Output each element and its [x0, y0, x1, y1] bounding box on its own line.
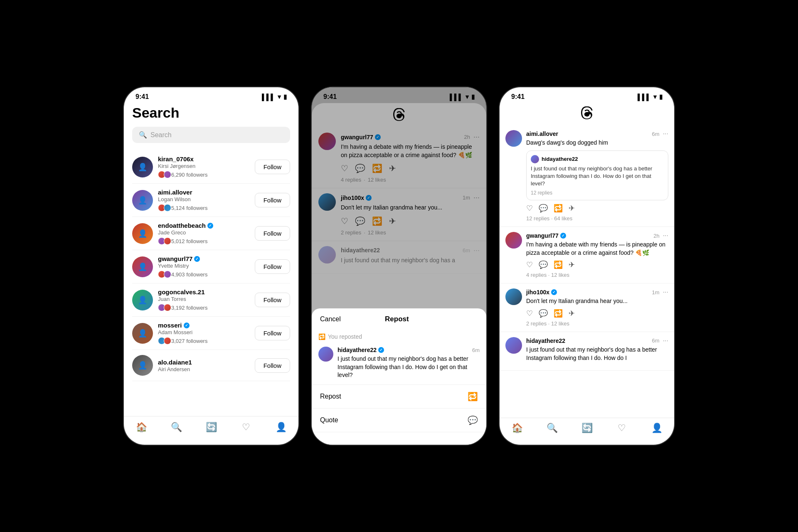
- follow-button[interactable]: Follow: [255, 293, 290, 307]
- home-actions: ♡ 💬 🔁 ✈: [526, 204, 668, 213]
- home-text: Don't let my Italian grandma hear you...: [526, 297, 668, 305]
- follow-button[interactable]: Follow: [255, 226, 290, 241]
- home-header-right: 2h ···: [653, 232, 668, 239]
- repost-button[interactable]: 🔁: [554, 309, 563, 318]
- user-info: endoatthebeach ✓ Jade Greco 5,012 follow…: [158, 222, 250, 245]
- verified-badge: ✓: [207, 223, 213, 229]
- bottom-nav: 🏠 🔍 🔄 ♡ 👤: [124, 416, 298, 445]
- repost-button[interactable]: 🔁: [554, 204, 563, 213]
- username: gogoncalves.21: [158, 288, 250, 296]
- comment-button[interactable]: 💬: [539, 204, 548, 213]
- nav-compose-icon[interactable]: 🔄: [581, 422, 593, 434]
- more-options-button[interactable]: ···: [663, 232, 668, 239]
- real-name: Kirsi Jørgensen: [158, 163, 250, 169]
- search-bar[interactable]: 🔍 Search: [132, 127, 290, 143]
- home-avatar: [505, 130, 522, 147]
- follower-avatars: [158, 337, 170, 345]
- home-meta: 12 replies · 64 likes: [526, 215, 668, 222]
- home-header-right: 1m ···: [652, 288, 668, 296]
- follow-button[interactable]: Follow: [255, 358, 290, 373]
- nav-compose-icon[interactable]: 🔄: [205, 421, 217, 433]
- real-name: Juan Torres: [158, 296, 250, 302]
- follow-button[interactable]: Follow: [255, 259, 290, 274]
- real-name: Airi Andersen: [158, 366, 250, 372]
- like-button[interactable]: ♡: [526, 260, 533, 269]
- nav-profile-icon[interactable]: 👤: [275, 421, 287, 433]
- phone1-content: Search 🔍 Search 👤 kiran_0706x Kirsi Jørg…: [124, 103, 298, 445]
- home-time: 6m: [652, 131, 660, 137]
- home-thread-item: hidayathere22 6m ··· I just found out th…: [500, 332, 674, 371]
- list-item: 👤 alo.daiane1 Airi Andersen Follow: [132, 350, 290, 381]
- home-avatar: [505, 232, 522, 249]
- sheet-header: Cancel Repost: [312, 308, 486, 330]
- home-header: aimi.allover 6m ···: [526, 130, 668, 138]
- verified-badge: ✓: [378, 347, 384, 353]
- nav-likes-icon[interactable]: ♡: [240, 421, 252, 433]
- quote-icon: 💬: [468, 415, 478, 425]
- more-options-button[interactable]: ···: [663, 337, 668, 345]
- comment-button[interactable]: 💬: [539, 260, 548, 269]
- follow-button[interactable]: Follow: [255, 326, 290, 340]
- home-header: hidayathere22 6m ···: [526, 337, 668, 345]
- phone-threads: 9:41 ▌▌▌ ▾ ▮ gwangurl77 ✓: [312, 87, 486, 445]
- sheet-post-text: I just found out that my neighbor's dog …: [337, 355, 480, 379]
- follower-count: 4,903 followers: [158, 271, 250, 278]
- more-options-button[interactable]: ···: [663, 288, 668, 296]
- nav-home-icon[interactable]: 🏠: [135, 421, 147, 433]
- more-options-button[interactable]: ···: [663, 130, 668, 138]
- follower-count: 3,192 followers: [158, 304, 250, 311]
- follower-avatars: [158, 304, 170, 311]
- battery-icon: ▮: [659, 93, 663, 101]
- home-header-right: 6m ···: [652, 130, 668, 138]
- quote-action-button[interactable]: Quote 💬: [312, 409, 486, 432]
- like-button[interactable]: ♡: [526, 309, 533, 318]
- follow-button[interactable]: Follow: [255, 160, 290, 174]
- home-actions: ♡ 💬 🔁 ✈: [526, 309, 668, 318]
- repost-action-button[interactable]: Repost 🔁: [312, 385, 486, 409]
- repost-icon: 🔁: [318, 333, 325, 340]
- avatar: 👤: [132, 256, 153, 277]
- list-item: 👤 kiran_0706x Kirsi Jørgensen 6,290 foll…: [132, 150, 290, 184]
- verified-badge: ✓: [551, 289, 557, 295]
- nav-search-icon[interactable]: 🔍: [170, 421, 182, 433]
- home-meta: 2 replies · 12 likes: [526, 320, 668, 327]
- real-name: Jade Greco: [158, 229, 250, 236]
- like-button[interactable]: ♡: [526, 204, 533, 213]
- home-thread-item: gwangurl77 ✓ 2h ··· I'm having a debate …: [500, 227, 674, 283]
- sheet-post-avatar: [318, 347, 333, 362]
- cancel-button[interactable]: Cancel: [320, 315, 341, 323]
- home-thread-item: aimi.allover 6m ··· Dawg's dawg's dog do…: [500, 125, 674, 227]
- phone-home: 9:41 ▌▌▌ ▾ ▮ aimi.allover: [500, 87, 674, 445]
- quoted-username: hidayathere22: [542, 156, 578, 162]
- user-info: kiran_0706x Kirsi Jørgensen 6,290 follow…: [158, 155, 250, 178]
- follower-avatars: [158, 237, 170, 245]
- sheet-post-preview: hidayathere22 ✓ 6m I just found out that…: [312, 343, 486, 385]
- nav-profile-icon[interactable]: 👤: [651, 422, 663, 434]
- list-item: 👤 aimi.allover Logan Wilson 5,124 follow…: [132, 184, 290, 217]
- user-list: 👤 kiran_0706x Kirsi Jørgensen 6,290 foll…: [132, 150, 290, 381]
- repost-sheet: Cancel Repost 🔁 You reposted hidayathere…: [312, 308, 486, 445]
- real-name: Yvette Mistry: [158, 263, 250, 269]
- user-info: alo.daiane1 Airi Andersen: [158, 359, 250, 372]
- real-name: Logan Wilson: [158, 196, 250, 202]
- nav-home-icon[interactable]: 🏠: [511, 422, 523, 434]
- nav-likes-icon[interactable]: ♡: [616, 422, 628, 434]
- phone3-content: aimi.allover 6m ··· Dawg's dawg's dog do…: [500, 103, 674, 445]
- share-button[interactable]: ✈: [569, 260, 575, 269]
- username: aimi.allover: [158, 189, 250, 196]
- username: alo.daiane1: [158, 359, 250, 366]
- share-button[interactable]: ✈: [569, 309, 575, 318]
- share-button[interactable]: ✈: [569, 204, 575, 213]
- avatar: 👤: [132, 190, 153, 211]
- nav-search-icon[interactable]: 🔍: [546, 422, 558, 434]
- comment-button[interactable]: 💬: [539, 309, 548, 318]
- list-item: 👤 mosseri ✓ Adam Mosseri 3,027: [132, 317, 290, 350]
- avatar: 👤: [132, 223, 153, 244]
- user-info: gwangurl77 ✓ Yvette Mistry 4,903 followe…: [158, 255, 250, 278]
- home-username: jiho100x ✓: [526, 289, 557, 296]
- repost-button[interactable]: 🔁: [554, 260, 563, 269]
- follow-button[interactable]: Follow: [255, 193, 290, 207]
- username: mosseri ✓: [158, 322, 250, 329]
- home-time: 1m: [652, 289, 660, 296]
- home-username: hidayathere22: [526, 337, 565, 344]
